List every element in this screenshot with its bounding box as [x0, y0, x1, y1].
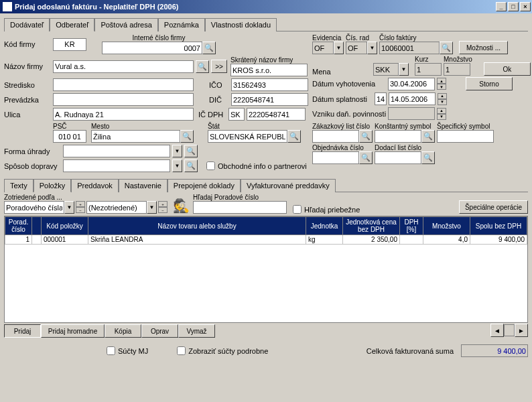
mena-select[interactable]: [373, 63, 399, 76]
tab-top-0[interactable]: Dodávateľ: [4, 18, 50, 31]
footer-btn-kópia[interactable]: Kópia: [105, 324, 141, 338]
maximize-button[interactable]: □: [508, 2, 519, 11]
table-row[interactable]: 1000001Skriňa LEANDRAkg2 350,004,09 400,…: [5, 235, 527, 245]
grid-col-8[interactable]: Spolu bez DPH: [470, 217, 527, 235]
mena-dropdown-icon[interactable]: ▼: [399, 63, 409, 76]
scroll-left-icon[interactable]: ◄: [490, 324, 504, 337]
tab-top-4[interactable]: Vlastnosti dokladu: [205, 18, 277, 31]
tab-mid-5[interactable]: Vyfakturované preddavky: [241, 179, 336, 192]
sort1-down-icon[interactable]: −: [76, 207, 85, 213]
sort2-down-icon[interactable]: −: [158, 207, 168, 213]
nazov-firmy-lookup-icon[interactable]: 🔍: [196, 60, 209, 73]
sort2-dropdown-icon[interactable]: ▼: [147, 201, 157, 214]
dic-input[interactable]: [231, 93, 308, 106]
footer-btn-pridaj[interactable]: Pridaj: [4, 324, 41, 338]
storno-button[interactable]: Storno: [466, 77, 513, 90]
cislo-fakt-lookup-icon[interactable]: 🔍: [440, 42, 453, 54]
sort2-up-icon[interactable]: +: [158, 201, 168, 207]
tab-mid-4[interactable]: Prepojené doklady: [168, 179, 241, 192]
moznosti-button[interactable]: Možnosti ...: [459, 41, 508, 54]
datum-spl-up-icon[interactable]: ▲: [438, 93, 447, 99]
prevadzka-input[interactable]: [53, 93, 194, 106]
datum-vyh-input[interactable]: [388, 78, 435, 90]
datum-spl-input[interactable]: [389, 92, 436, 105]
datum-vyh-down-icon[interactable]: ▼: [437, 84, 446, 90]
sposob-lookup-icon[interactable]: 🔍: [184, 159, 198, 172]
obchodne-checkbox[interactable]: Obchodné info o partnerovi: [206, 161, 307, 170]
ok-button[interactable]: Ok: [484, 62, 531, 76]
sort1-up-icon[interactable]: +: [76, 201, 85, 207]
minimize-button[interactable]: _: [496, 2, 507, 11]
footer-btn-vymaž[interactable]: Vymaž: [178, 324, 215, 338]
konst-lookup-icon[interactable]: 🔍: [421, 130, 435, 143]
specialne-button[interactable]: Špeciálne operácie: [459, 200, 528, 214]
interne-cislo-input[interactable]: [102, 42, 202, 54]
forma-lookup-icon[interactable]: 🔍: [184, 145, 198, 157]
sort1-select[interactable]: [4, 201, 64, 214]
spec-input[interactable]: [437, 130, 494, 143]
ulica-input[interactable]: [53, 108, 194, 121]
dodaci-input[interactable]: [375, 151, 421, 164]
obj-input[interactable]: [312, 151, 359, 164]
footer-btn-oprav[interactable]: Oprav: [141, 324, 178, 338]
dodaci-lookup-icon[interactable]: 🔍: [421, 151, 435, 164]
kod-firmy-input[interactable]: [53, 38, 86, 51]
cisrad-dropdown-icon[interactable]: ▼: [367, 42, 377, 54]
grid-col-4[interactable]: Jednotka: [306, 217, 343, 235]
datum-spl-down-icon[interactable]: ▼: [438, 99, 447, 105]
stat-input[interactable]: [208, 130, 287, 143]
mesto-input[interactable]: [91, 130, 180, 143]
obj-lookup-icon[interactable]: 🔍: [359, 151, 373, 164]
grid-col-1[interactable]: [32, 217, 42, 235]
scroll-right-icon[interactable]: ►: [515, 324, 528, 337]
forma-dropdown-icon[interactable]: ▼: [172, 145, 182, 157]
grid-col-5[interactable]: Jednotková cena bez DPH: [343, 217, 400, 235]
cislo-fakt-input[interactable]: [379, 42, 440, 54]
tab-mid-3[interactable]: Nastavenie: [119, 179, 168, 192]
interne-cislo-lookup-icon[interactable]: 🔍: [202, 42, 216, 54]
psc-input[interactable]: [53, 130, 86, 143]
zakaz-lookup-icon[interactable]: 🔍: [359, 130, 373, 143]
close-button[interactable]: ×: [520, 2, 531, 11]
datum-spl-days-input[interactable]: [375, 92, 387, 105]
tab-mid-1[interactable]: Položky: [34, 179, 72, 192]
cisrad-select[interactable]: [346, 42, 367, 54]
icdph-input[interactable]: [247, 108, 306, 121]
nazov-firmy-input[interactable]: [53, 60, 194, 73]
hladaj-input[interactable]: [193, 201, 287, 214]
tab-top-2[interactable]: Poštová adresa: [94, 18, 157, 31]
evidencia-select[interactable]: [312, 42, 334, 54]
skrateny-input[interactable]: [230, 64, 308, 76]
grid-col-0[interactable]: Porad. číslo: [5, 217, 32, 235]
stat-lookup-icon[interactable]: 🔍: [287, 130, 301, 143]
datum-vyh-up-icon[interactable]: ▲: [437, 78, 446, 84]
zakaz-input[interactable]: [312, 130, 359, 143]
hladaj-priebezne-checkbox[interactable]: Hľadaj priebežne: [293, 205, 360, 214]
grid-col-2[interactable]: Kód položky: [42, 217, 88, 235]
tab-top-3[interactable]: Poznámka: [158, 18, 205, 31]
sort1-dropdown-icon[interactable]: ▼: [64, 201, 74, 214]
items-grid[interactable]: Porad. čísloKód položkyNázov tovaru aleb…: [4, 216, 528, 323]
copy-right-button[interactable]: >>: [211, 60, 227, 73]
ico-input[interactable]: [231, 78, 308, 91]
icdph-stat-input[interactable]: [228, 108, 245, 121]
forma-input[interactable]: [63, 145, 170, 157]
tab-top-1[interactable]: Odberateľ: [50, 18, 94, 31]
vznik-down-icon[interactable]: ▼: [437, 114, 446, 120]
sposob-input[interactable]: [63, 159, 170, 172]
grid-col-6[interactable]: DPH [%]: [400, 217, 423, 235]
sposob-dropdown-icon[interactable]: ▼: [172, 159, 182, 172]
zobrazit-checkbox[interactable]: Zobraziť súčty podrobne: [177, 346, 268, 355]
sucty-mj-checkbox[interactable]: Súčty MJ: [107, 346, 148, 355]
vznik-up-icon[interactable]: ▲: [437, 108, 446, 114]
konst-input[interactable]: [375, 130, 421, 143]
tab-mid-2[interactable]: Preddavok: [71, 179, 119, 192]
evidencia-dropdown-icon[interactable]: ▼: [334, 42, 344, 54]
scroll-thumb[interactable]: [504, 324, 515, 336]
grid-col-7[interactable]: Množstvo: [423, 217, 470, 235]
tab-mid-0[interactable]: Texty: [4, 179, 34, 192]
stredisko-input[interactable]: [53, 78, 194, 91]
footer-btn-pridaj-hromadne[interactable]: Pridaj hromadne: [41, 324, 105, 338]
grid-col-3[interactable]: Názov tovaru alebo služby: [88, 217, 306, 235]
mesto-lookup-icon[interactable]: 🔍: [180, 130, 194, 143]
